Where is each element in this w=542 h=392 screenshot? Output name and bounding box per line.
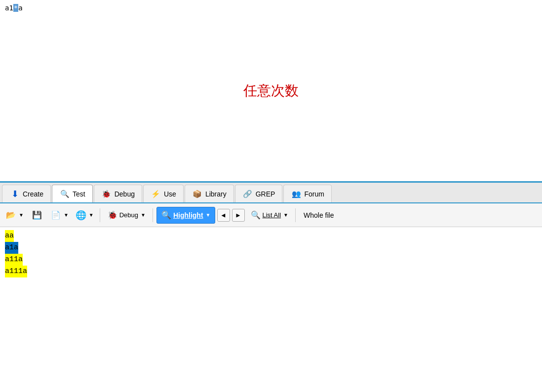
whole-file-label: Whole file [304,211,334,219]
debug-dropdown-arrow: ▼ [141,212,146,218]
tab-forum[interactable]: 👥 Forum [283,185,331,202]
tab-debug-label: Debug [115,190,135,198]
debug-button[interactable]: 🐞 Debug ▼ [104,207,149,224]
result-line-2: a1a [5,242,537,254]
separator-1 [100,208,100,222]
list-all-dropdown-arrow: ▼ [283,212,288,218]
library-icon: 📦 [192,189,203,199]
result-text-2: a1a [5,242,18,254]
highlight-button[interactable]: 🔍 Highlight ▼ [156,207,215,224]
save-button[interactable]: 💾 [28,207,46,224]
result-text-4: a111a [5,266,27,277]
tab-use[interactable]: ⚡ Use [143,185,184,202]
tab-debug[interactable]: 🐞 Debug [94,185,142,202]
whole-file-button[interactable]: Whole file [299,207,338,224]
new-file-button[interactable]: 📄 ▼ [48,207,71,224]
regex-display: a1*a [5,4,23,12]
debug-icon: 🐞 [107,210,118,221]
separator-3 [295,208,296,222]
results-area: aa a1a a11a a111a [0,227,542,392]
tab-use-label: Use [164,190,176,198]
tab-bar: ⬇ Create 🔍 Test 🐞 Debug ⚡ Use 📦 Library … [0,183,542,203]
tab-library[interactable]: 📦 Library [185,185,234,202]
regex-prefix: a1 [5,4,13,12]
nav-back-button[interactable]: ◀ [217,209,230,222]
result-line-3: a11a [5,254,537,266]
highlight-search-icon: 🔍 [161,210,172,221]
nav-forward-icon: ▶ [236,211,240,219]
open-button[interactable]: 📂 ▼ [3,207,26,224]
tab-test[interactable]: 🔍 Test [52,185,93,202]
result-line-1: aa [5,230,537,242]
open-icon: 📂 [5,210,16,221]
use-icon: ⚡ [151,189,161,199]
forum-icon: 👥 [291,189,302,199]
new-file-icon: 📄 [50,210,61,221]
tab-grep[interactable]: 🔗 GREP [235,185,283,202]
run-dropdown-arrow: ▼ [89,212,94,218]
run-icon: 🌐 [76,210,86,221]
list-search-icon: 🔍 [250,210,261,221]
separator-2 [153,208,153,222]
test-icon: 🔍 [59,189,70,199]
grep-icon: 🔗 [242,189,253,199]
highlight-dropdown-arrow: ▼ [206,212,211,218]
tab-library-label: Library [205,190,227,198]
bottom-panel: ⬇ Create 🔍 Test 🐞 Debug ⚡ Use 📦 Library … [0,183,542,392]
list-all-button[interactable]: 🔍 List All ▼ [247,207,292,224]
tab-forum-label: Forum [304,190,324,198]
nav-back-icon: ◀ [222,211,226,219]
tab-test-label: Test [73,190,85,198]
highlight-label: Highlight [173,211,203,219]
new-dropdown-arrow: ▼ [64,212,69,218]
tab-grep-label: GREP [256,190,275,198]
create-icon: ⬇ [9,189,20,199]
regex-star: * [13,4,18,12]
regex-suffix: a [18,4,22,12]
list-all-label: List All [263,211,281,219]
run-button[interactable]: 🌐 ▼ [73,207,96,224]
nav-forward-button[interactable]: ▶ [232,209,245,222]
editor-content: a1*a [0,0,542,16]
tab-create[interactable]: ⬇ Create [2,185,51,202]
toolbar: 📂 ▼ 💾 📄 ▼ 🌐 ▼ 🐞 Debug ▼ 🔍 Highlight [0,203,542,227]
result-text-3: a11a [5,254,23,266]
save-icon: 💾 [32,210,42,221]
result-line-4: a111a [5,266,537,277]
center-label: 任意次数 [243,81,299,100]
debug-tab-icon: 🐞 [101,189,112,199]
result-text-1: aa [5,230,14,242]
editor-area: a1*a 任意次数 [0,0,542,183]
debug-label: Debug [119,211,138,219]
tab-create-label: Create [23,190,43,198]
open-dropdown-arrow: ▼ [19,212,24,218]
